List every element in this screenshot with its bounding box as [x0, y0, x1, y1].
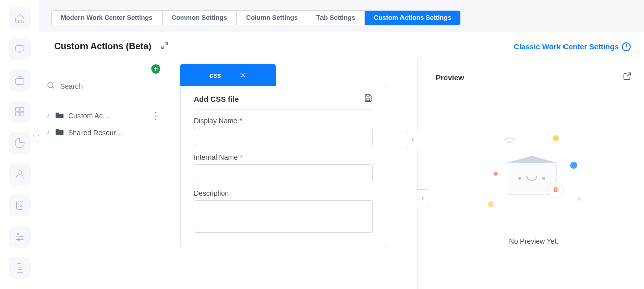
add-button[interactable]: +	[151, 64, 160, 74]
svg-rect-1	[15, 78, 24, 84]
svg-line-12	[162, 46, 164, 49]
tree-item-label: Shared Resour…	[68, 129, 162, 137]
search-row	[42, 81, 165, 98]
form-card: Add CSS file Display Name* Internal Name…	[180, 86, 386, 247]
popout-icon[interactable]	[623, 71, 632, 83]
classic-settings-label: Classic Work Center Settings	[514, 42, 619, 51]
preview-count-badge: 0	[548, 182, 564, 198]
classic-settings-link[interactable]: Classic Work Center Settings i	[514, 42, 631, 51]
search-icon	[46, 81, 55, 92]
tab-modern-work-center[interactable]: Modern Work Center Settings	[52, 11, 163, 25]
collapse-preview-button[interactable]	[417, 189, 428, 207]
svg-rect-7	[16, 201, 23, 210]
svg-rect-17	[367, 98, 370, 101]
close-icon[interactable]	[239, 71, 247, 79]
left-sidebar	[0, 0, 39, 289]
display-name-input[interactable]	[194, 128, 373, 146]
home-icon[interactable]	[9, 7, 31, 29]
svg-rect-4	[15, 112, 19, 116]
svg-rect-2	[15, 108, 19, 111]
tree-panel: + Custom Ac… ⋮	[39, 59, 168, 289]
internal-name-label: Internal Name*	[194, 153, 373, 161]
tree-item-label: Custom Ac…	[68, 112, 146, 120]
preview-empty-text: No Preview Yet.	[509, 237, 559, 245]
folder-icon	[55, 112, 64, 120]
tree-item-custom-actions[interactable]: Custom Ac… ⋮	[43, 107, 164, 124]
grid-icon[interactable]	[9, 101, 31, 123]
search-input[interactable]	[60, 82, 160, 90]
description-label: Description	[194, 189, 373, 197]
svg-line-11	[166, 43, 168, 45]
page-title: Custom Actions (Beta)	[54, 41, 151, 52]
tab-custom-actions[interactable]: Custom Actions Settings	[365, 11, 460, 25]
tab-tab-settings[interactable]: Tab Settings	[307, 11, 365, 25]
svg-point-13	[48, 82, 53, 88]
preview-panel: Preview	[418, 59, 644, 289]
collapse-editor-button[interactable]	[407, 131, 418, 149]
folder-icon	[55, 128, 64, 137]
pie-chart-icon[interactable]	[9, 132, 31, 154]
svg-rect-3	[20, 108, 23, 111]
file-tab-css[interactable]: css	[180, 64, 276, 86]
svg-rect-5	[20, 112, 23, 116]
tab-common-settings[interactable]: Common Settings	[163, 11, 237, 25]
tab-column-settings[interactable]: Column Settings	[237, 11, 307, 25]
section-header: Custom Actions (Beta) Classic Work Cente…	[39, 32, 644, 59]
chevron-right-icon	[45, 129, 51, 137]
document-icon[interactable]	[9, 257, 31, 279]
save-button[interactable]	[364, 93, 373, 104]
preview-title: Preview	[436, 73, 464, 82]
main-area: Modern Work Center Settings Common Setti…	[39, 0, 644, 289]
svg-point-6	[18, 171, 21, 174]
svg-rect-0	[15, 46, 24, 51]
sliders-icon[interactable]	[9, 226, 31, 248]
empty-illustration: 0	[478, 133, 589, 229]
user-icon[interactable]	[9, 163, 31, 185]
description-input[interactable]	[194, 200, 373, 233]
form-title: Add CSS file	[194, 95, 239, 103]
info-icon: i	[622, 42, 631, 51]
monitor-icon[interactable]	[9, 38, 31, 60]
editor-panel: css Add CSS file Display Name*	[168, 59, 418, 289]
tree-item-menu-button[interactable]: ⋮	[150, 111, 162, 120]
briefcase-icon[interactable]	[9, 69, 31, 92]
svg-line-18	[627, 73, 631, 76]
calculator-icon[interactable]	[9, 194, 31, 216]
svg-line-14	[52, 87, 54, 88]
display-name-label: Display Name*	[194, 117, 373, 125]
tree-item-shared-resources[interactable]: Shared Resour…	[43, 124, 164, 141]
settings-tabbar: Modern Work Center Settings Common Setti…	[51, 10, 461, 25]
chevron-right-icon	[45, 112, 51, 120]
internal-name-input[interactable]	[194, 164, 373, 182]
expand-icon[interactable]	[160, 42, 169, 52]
file-tab-label: css	[209, 71, 221, 79]
